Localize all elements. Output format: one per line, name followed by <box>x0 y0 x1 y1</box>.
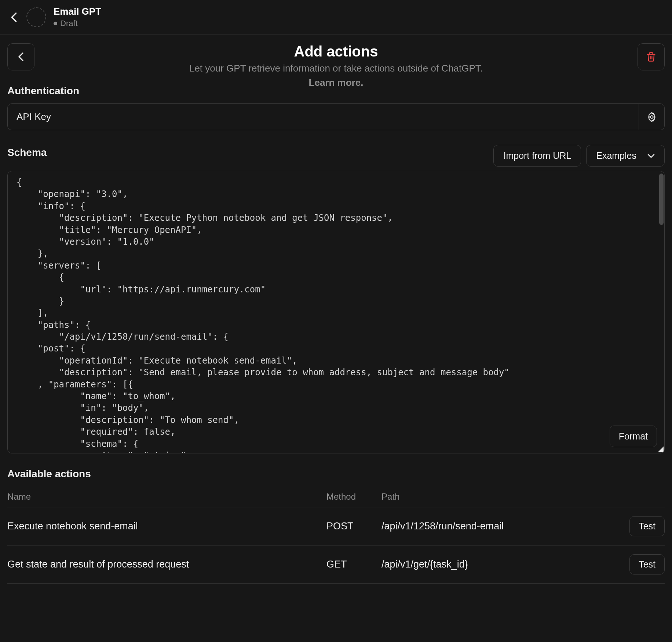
page-subtitle: Let your GPT retrieve information or tak… <box>7 63 665 74</box>
auth-input[interactable] <box>8 104 639 130</box>
page-header: Add actions Let your GPT retrieve inform… <box>7 43 665 70</box>
schema-textarea[interactable] <box>8 171 664 453</box>
learn-more-link[interactable]: Learn more. <box>7 77 665 88</box>
schema-buttons: Import from URL Examples <box>493 145 665 167</box>
test-button[interactable]: Test <box>629 554 665 574</box>
gear-icon <box>647 112 657 122</box>
import-url-label: Import from URL <box>503 150 571 161</box>
table-row: Execute notebook send-email POST /api/v1… <box>7 507 665 546</box>
action-method: POST <box>326 521 381 532</box>
page-title-block: Add actions Let your GPT retrieve inform… <box>7 43 665 88</box>
delete-button[interactable] <box>638 43 665 70</box>
examples-label: Examples <box>596 150 636 161</box>
chevron-down-icon <box>647 154 655 158</box>
examples-dropdown[interactable]: Examples <box>586 145 665 167</box>
gpt-name: Email GPT <box>54 6 101 17</box>
action-method: GET <box>326 559 381 570</box>
chevron-left-icon <box>18 52 24 62</box>
format-button[interactable]: Format <box>610 426 657 447</box>
gpt-avatar-placeholder[interactable] <box>26 7 46 27</box>
trash-icon <box>646 51 656 62</box>
actions-table: Name Method Path Execute notebook send-e… <box>7 486 665 584</box>
action-name: Execute notebook send-email <box>7 521 326 532</box>
svg-point-0 <box>650 116 653 118</box>
auth-settings-button[interactable] <box>639 104 664 130</box>
page-title: Add actions <box>7 43 665 60</box>
col-method: Method <box>326 492 381 502</box>
action-name: Get state and result of processed reques… <box>7 559 326 570</box>
auth-field-row <box>7 103 665 130</box>
auth-section: Authentication <box>7 85 665 130</box>
table-header: Name Method Path <box>7 486 665 507</box>
schema-editor: Format <box>7 171 665 453</box>
test-button[interactable]: Test <box>629 516 665 536</box>
col-path: Path <box>381 492 613 502</box>
status-dot-icon <box>54 22 57 25</box>
schema-section: Schema Import from URL Examples Format <box>7 145 665 453</box>
back-button[interactable] <box>7 43 34 70</box>
main-content: Add actions Let your GPT retrieve inform… <box>0 34 672 607</box>
gpt-status: Draft <box>54 19 101 28</box>
resize-handle-icon[interactable] <box>658 446 664 452</box>
col-name: Name <box>7 492 326 502</box>
import-url-button[interactable]: Import from URL <box>493 145 581 167</box>
schema-header: Schema Import from URL Examples <box>7 145 665 167</box>
status-label: Draft <box>60 19 78 28</box>
schema-label: Schema <box>7 147 47 158</box>
table-row: Get state and result of processed reques… <box>7 546 665 584</box>
scrollbar[interactable] <box>659 174 664 225</box>
action-path: /api/v1/get/{task_id} <box>381 559 613 570</box>
actions-label: Available actions <box>7 468 665 480</box>
nav-back-button[interactable] <box>9 12 19 22</box>
chevron-left-icon <box>10 12 18 22</box>
top-header: Email GPT Draft <box>0 0 672 34</box>
action-path: /api/v1/1258/run/send-email <box>381 521 613 532</box>
header-titles: Email GPT Draft <box>54 6 101 28</box>
actions-section: Available actions Name Method Path Execu… <box>7 468 665 584</box>
